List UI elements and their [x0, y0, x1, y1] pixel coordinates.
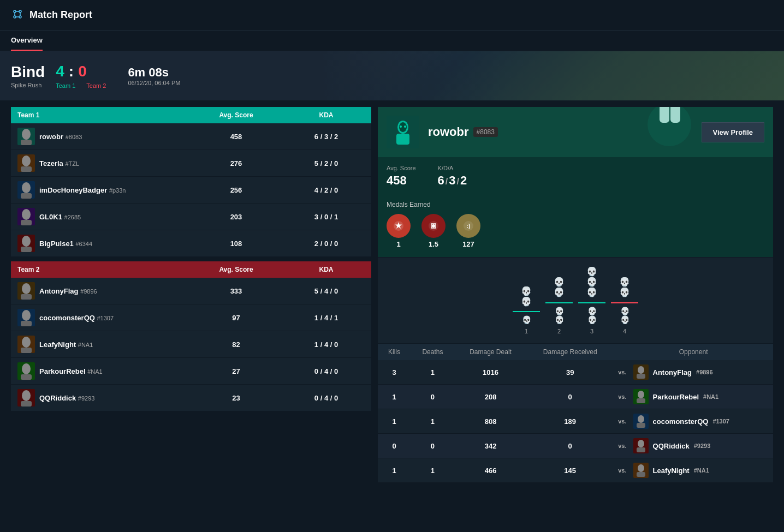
col-deaths: Deaths [411, 344, 455, 360]
svg-point-49 [648, 107, 691, 146]
table-row[interactable]: BigPulse1 #6344 108 2 / 0 / 0 [11, 230, 371, 257]
medal-count-2: 1.5 [429, 240, 438, 248]
player-avatar [17, 154, 35, 172]
opp-row-opponent: vs. QQRiddick #9293 [614, 434, 773, 458]
player-avatar [17, 181, 35, 199]
skull-top: 💀 [619, 287, 630, 297]
table-row[interactable]: cocomonsterQQ #1307 97 1 / 4 / 1 [11, 304, 371, 331]
map-block: Bind Spike Rush [11, 63, 45, 88]
medal-count-3: 127 [462, 240, 474, 248]
table-row[interactable]: 1 1 808 189 vs. cocomonsterQQ #1307 [378, 409, 773, 434]
team1-header: Team 1 Avg. Score KDA [11, 107, 371, 123]
round-column: 💀💀💀 💀💀 3 [575, 266, 608, 334]
svg-point-59 [638, 415, 644, 423]
skull-top: 💀 [554, 287, 565, 297]
skull-top: 💀 [521, 296, 532, 307]
kda-deaths: 3 [449, 174, 455, 188]
table-row[interactable]: rowobr #8083 458 6 / 3 / 2 [11, 123, 371, 150]
opp-avatar [633, 364, 649, 380]
opp-tag: #1307 [712, 418, 729, 425]
medals-list: 1 1.5 :) [387, 214, 764, 248]
player-tag: #8083 [66, 134, 82, 140]
svg-rect-17 [21, 247, 32, 252]
svg-point-18 [22, 283, 31, 294]
opp-vs: vs. [618, 443, 626, 449]
player-score: 256 [191, 177, 281, 204]
player-score: 276 [191, 150, 281, 177]
skull-top: 💀 [521, 286, 532, 296]
opp-avatar [633, 389, 649, 404]
tabs-bar: Overview [0, 31, 784, 51]
svg-point-12 [22, 182, 31, 193]
table-row[interactable]: QQRiddick #9293 23 0 / 4 / 0 [11, 385, 371, 411]
opp-row-damage-received: 0 [526, 385, 614, 409]
skull-top: 💀 [586, 287, 597, 297]
team1-table: Team 1 Avg. Score KDA rowobr [11, 107, 371, 257]
svg-rect-13 [21, 193, 32, 199]
opp-name: QQRiddick [653, 442, 690, 450]
opp-row-deaths: 1 [411, 360, 455, 385]
opp-name: LeafyNight [653, 467, 690, 475]
opp-row-damage-received: 145 [526, 458, 614, 483]
skull-top: 💀 [619, 277, 630, 287]
tab-overview[interactable]: Overview [11, 31, 43, 51]
player-tag: #9293 [78, 395, 95, 402]
score-team2: 0 [78, 63, 87, 80]
player-avatar [17, 235, 35, 252]
player-name: GL0K1 [39, 213, 62, 221]
medal-count-1: 1 [396, 240, 400, 248]
avg-score-stat: Avg. Score 458 [387, 165, 416, 188]
profile-name: rowobr [428, 125, 469, 139]
team2-kda-header: KDA [281, 261, 371, 278]
profile-header: rowobr #8083 [378, 107, 773, 157]
round-num: 2 [557, 328, 561, 334]
opp-row-kills: 1 [378, 409, 411, 434]
svg-rect-64 [637, 472, 645, 477]
player-name: ParkourRebel [39, 367, 86, 375]
player-name: BigPulse1 [39, 240, 74, 248]
table-row[interactable]: 1 0 208 0 vs. ParkourRebel #NA1 [378, 385, 773, 409]
player-score: 203 [191, 204, 281, 230]
player-name: AntonyFlag [39, 287, 79, 295]
skull-bottom: 💀 [620, 315, 629, 325]
kda-kills: 6 [438, 174, 444, 188]
table-row[interactable]: ParkourRebel #NA1 27 0 / 4 / 0 [11, 358, 371, 385]
match-banner: Bind Spike Rush 4 : 0 Team 1 Team 2 6m 0… [0, 51, 784, 100]
opp-tag: #NA1 [694, 467, 709, 474]
opp-row-damage-dealt: 466 [455, 458, 526, 483]
svg-rect-15 [21, 220, 32, 225]
match-date: 06/12/20, 06:04 PM [128, 80, 180, 86]
opp-name: ParkourRebel [653, 393, 699, 401]
opp-row-damage-dealt: 1016 [455, 360, 526, 385]
player-tag: #TZL [65, 160, 79, 167]
table-row[interactable]: imDocHoneyBadger #p33n 256 4 / 2 / 0 [11, 177, 371, 204]
table-row[interactable]: 1 1 466 145 vs. LeafyNight #NA1 [378, 458, 773, 483]
svg-point-1 [19, 10, 21, 13]
table-row[interactable]: 0 0 342 0 vs. QQRiddick #9293 [378, 434, 773, 458]
svg-point-3 [19, 16, 21, 18]
score-separator: : [69, 63, 74, 80]
table-row[interactable]: Tezerla #TZL 276 5 / 2 / 0 [11, 150, 371, 177]
kda-value: 6 / 3 / 2 [438, 174, 467, 188]
svg-point-31 [400, 125, 402, 128]
opp-row-kills: 3 [378, 360, 411, 385]
player-score: 23 [191, 385, 281, 411]
opp-row-opponent: vs. ParkourRebel #NA1 [614, 385, 773, 409]
avg-score-label: Avg. Score [387, 165, 416, 171]
svg-point-22 [22, 337, 31, 348]
kda-label: K/D/A [438, 165, 467, 171]
player-kda: 3 / 0 / 1 [281, 204, 371, 230]
table-row[interactable]: LeafyNight #NA1 82 1 / 4 / 0 [11, 331, 371, 358]
player-tag: #p33n [109, 187, 126, 194]
opp-avatar [633, 463, 649, 478]
player-score: 82 [191, 331, 281, 358]
player-avatar [17, 336, 35, 353]
medals-section: Medals Earned 1 [378, 195, 773, 258]
table-row[interactable]: 3 1 1016 39 vs. AntonyFlag #9896 [378, 360, 773, 385]
col-damage-received: Damage Received [526, 344, 614, 360]
table-row[interactable]: AntonyFlag #9896 333 5 / 4 / 0 [11, 278, 371, 304]
svg-point-10 [22, 156, 31, 166]
table-row[interactable]: GL0K1 #2685 203 3 / 0 / 1 [11, 204, 371, 230]
svg-point-61 [638, 440, 644, 447]
opponent-stats-table: Kills Deaths Damage Dealt Damage Receive… [378, 344, 773, 483]
